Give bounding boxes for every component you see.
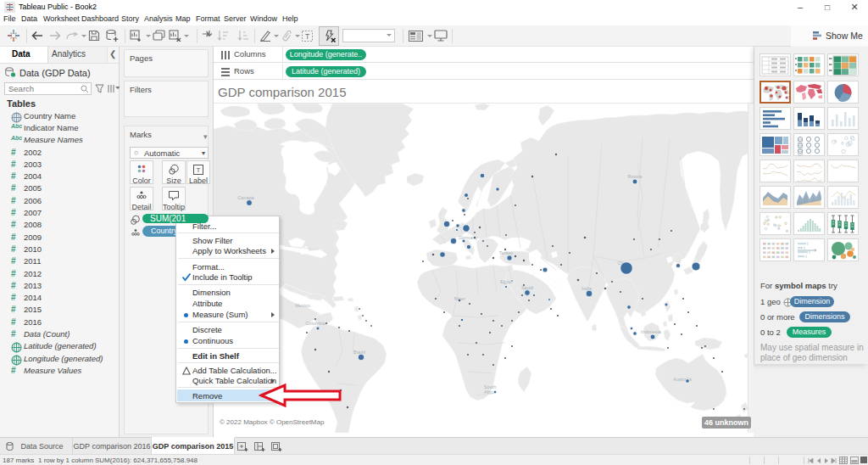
svg-text:India: India (581, 286, 593, 291)
svg-text:Indonesia: Indonesia (641, 329, 662, 334)
svg-text:Egypt: Egypt (500, 279, 513, 284)
svg-text:Saudi: Saudi (521, 285, 533, 290)
svg-text:Canada: Canada (237, 195, 254, 200)
svg-text:T: T (197, 166, 201, 174)
svg-text:Turkey: Turkey (499, 250, 514, 255)
svg-text:Mexico: Mexico (295, 303, 309, 308)
svg-text:Russia: Russia (628, 174, 643, 179)
svg-text:T: T (305, 32, 309, 41)
svg-text:Colombia: Colombia (305, 321, 326, 326)
svg-text:Brazil: Brazil (353, 350, 365, 355)
